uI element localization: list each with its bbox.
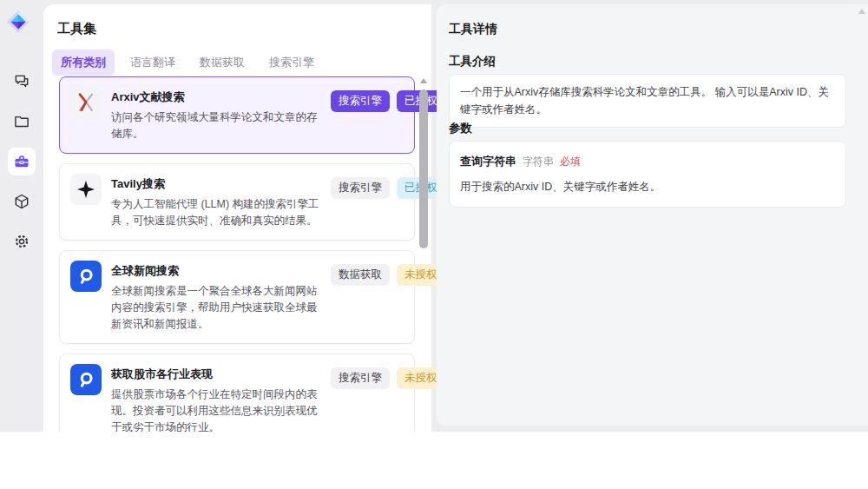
scrollbar-thumb[interactable] <box>419 89 428 248</box>
tool-card[interactable]: 获取股市各行业表现 提供股票市场各个行业在特定时间段内的表现。投资者可以利用这些… <box>59 354 415 432</box>
cube-icon <box>13 193 30 210</box>
detail-scroll-up-icon[interactable] <box>858 9 865 14</box>
sidebar-item-packages[interactable] <box>8 188 36 215</box>
tab-3[interactable]: 搜索引擎 <box>260 50 323 76</box>
chat-icon <box>13 73 30 90</box>
gear-icon <box>13 233 30 250</box>
intro-text-box: 一个用于从Arxiv存储库搜索科学论文和文章的工具。 输入可以是Arxiv ID… <box>449 74 846 128</box>
tool-title: 获取股市各行业表现 <box>111 367 321 382</box>
tool-description: 全球新闻搜索是一个聚合全球各大新闻网站内容的搜索引擎，帮助用户快速获取全球最新资… <box>111 283 321 334</box>
tool-list-panel: 工具集 所有类别语言翻译数据获取搜索引擎 Arxiv文献搜索 访问各个研究领域大… <box>43 4 431 432</box>
scroll-up-icon[interactable] <box>420 78 427 83</box>
sidebar-item-tools[interactable] <box>8 148 36 175</box>
q-icon <box>70 364 102 395</box>
folder-icon <box>13 113 30 130</box>
sidebar <box>0 0 43 432</box>
sidebar-item-files[interactable] <box>8 108 36 135</box>
app-logo <box>6 10 30 34</box>
q-icon <box>70 261 102 292</box>
tool-description: 提供股票市场各个行业在特定时间段内的表现。投资者可以利用这些信息来识别表现优于或… <box>111 387 321 432</box>
param-name: 查询字符串 <box>460 153 516 171</box>
tab-0[interactable]: 所有类别 <box>52 50 115 76</box>
sidebar-item-chat[interactable] <box>8 68 36 96</box>
sidebar-item-settings[interactable] <box>8 228 36 255</box>
tool-card[interactable]: Tavily搜索 专为人工智能代理 (LLM) 构建的搜索引擎工具，可快速提供实… <box>59 163 415 241</box>
list-scrollbar[interactable] <box>419 76 429 425</box>
parameter-card: 查询字符串 字符串 必填 用于搜索的Arxiv ID、关键字或作者姓名。 <box>449 141 846 208</box>
page-title: 工具集 <box>57 21 96 37</box>
arxiv-icon <box>70 87 102 118</box>
params-heading: 参数 <box>449 121 472 136</box>
param-type: 字符串 <box>523 154 554 170</box>
category-badge: 数据获取 <box>331 264 390 286</box>
category-badge: 搜索引擎 <box>331 177 390 199</box>
tavily-icon <box>70 174 102 205</box>
category-badge: 搜索引擎 <box>331 90 390 112</box>
param-required-badge: 必填 <box>560 154 581 170</box>
tab-1[interactable]: 语言翻译 <box>122 50 184 76</box>
tool-detail-panel: 工具详情 工具介绍 一个用于从Arxiv存储库搜索科学论文和文章的工具。 输入可… <box>437 4 868 426</box>
param-description: 用于搜索的Arxiv ID、关键字或作者姓名。 <box>460 178 835 195</box>
tool-card-list: Arxiv文献搜索 访问各个研究领域大量科学论文和文章的存储库。 搜索引擎 已授… <box>59 76 415 432</box>
category-tabs: 所有类别语言翻译数据获取搜索引擎 <box>52 50 323 76</box>
toolbox-icon <box>13 153 30 170</box>
tool-description: 访问各个研究领域大量科学论文和文章的存储库。 <box>111 109 321 143</box>
tool-card[interactable]: Arxiv文献搜索 访问各个研究领域大量科学论文和文章的存储库。 搜索引擎 已授… <box>59 76 415 154</box>
intro-heading: 工具介绍 <box>449 54 496 69</box>
tool-card[interactable]: 全球新闻搜索 全球新闻搜索是一个聚合全球各大新闻网站内容的搜索引擎，帮助用户快速… <box>59 250 415 344</box>
bottom-margin <box>0 432 868 489</box>
tool-title: Tavily搜索 <box>111 176 321 192</box>
category-badge: 搜索引擎 <box>331 367 390 389</box>
tool-description: 专为人工智能代理 (LLM) 构建的搜索引擎工具，可快速提供实时、准确和真实的结… <box>111 196 321 230</box>
app-window: 工具集 所有类别语言翻译数据获取搜索引擎 Arxiv文献搜索 访问各个研究领域大… <box>0 0 868 432</box>
detail-title: 工具详情 <box>449 22 497 37</box>
tool-title: Arxiv文献搜索 <box>111 89 321 105</box>
tab-2[interactable]: 数据获取 <box>191 50 253 76</box>
tool-title: 全球新闻搜索 <box>111 263 321 279</box>
